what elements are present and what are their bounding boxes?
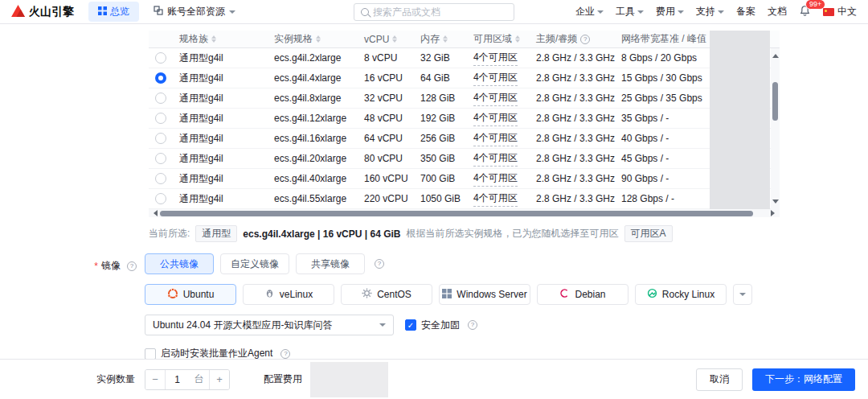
- more-os-dropdown-button[interactable]: [733, 284, 752, 305]
- account-resources-label: 账号全部资源: [167, 5, 225, 19]
- brand-logo[interactable]: 火山引擎: [11, 5, 74, 19]
- quantity-stepper[interactable]: − 1 台 +: [145, 369, 230, 390]
- os-centos-button[interactable]: CentOS: [341, 284, 432, 305]
- row-radio[interactable]: [155, 193, 166, 204]
- help-icon[interactable]: [580, 35, 590, 44]
- zones-link[interactable]: 4个可用区: [473, 171, 518, 187]
- header-vcpu: vCPU: [358, 33, 414, 45]
- cell-family: 通用型g4il: [173, 152, 268, 166]
- nav-item-support[interactable]: 支持: [696, 5, 724, 19]
- quantity-value[interactable]: 1: [165, 370, 189, 389]
- scroll-left-icon[interactable]: [150, 210, 158, 216]
- os-debian-button[interactable]: Debian: [537, 284, 628, 305]
- zones-link[interactable]: 4个可用区: [473, 111, 518, 126]
- next-step-button[interactable]: 下一步：网络配置: [752, 368, 855, 391]
- help-icon[interactable]: [280, 349, 290, 359]
- checkbox-unchecked-icon[interactable]: [145, 348, 156, 360]
- sort-icon[interactable]: [392, 33, 397, 45]
- vertical-scrollbar[interactable]: [771, 48, 780, 209]
- row-radio-checked[interactable]: [155, 72, 166, 84]
- security-hardening-checkbox[interactable]: 安全加固: [405, 319, 477, 332]
- sort-icon[interactable]: [443, 33, 448, 45]
- cell-spec: ecs.g4il.16xlarge: [268, 133, 358, 144]
- nav-item-tools[interactable]: 工具: [616, 5, 644, 19]
- zones-link[interactable]: 4个可用区: [473, 131, 518, 146]
- cell-spec: ecs.g4il.12xlarge: [268, 113, 358, 124]
- os-label: Ubuntu: [183, 289, 215, 300]
- cell-spec: ecs.g4il.55xlarge: [268, 193, 358, 204]
- os-rocky-linux-button[interactable]: Rocky Linux: [635, 284, 727, 305]
- os-ubuntu-button[interactable]: Ubuntu: [145, 284, 236, 305]
- nav-item-enterprise[interactable]: 企业: [575, 5, 604, 19]
- checkbox-checked-icon[interactable]: [405, 319, 416, 331]
- nav-item-icp[interactable]: 备案: [736, 5, 755, 19]
- table-row[interactable]: 通用型g4il ecs.g4il.55xlarge 220 vCPU 1050 …: [149, 189, 780, 209]
- horizontal-scrollbar[interactable]: [149, 209, 780, 217]
- help-icon[interactable]: [375, 259, 384, 269]
- nav-item-billing[interactable]: 费用: [656, 5, 684, 19]
- horizontal-scroll-thumb[interactable]: [160, 211, 753, 216]
- zones-link[interactable]: 4个可用区: [473, 91, 518, 106]
- tab-shared-image[interactable]: 共享镜像: [296, 253, 365, 274]
- table-row[interactable]: 通用型g4il ecs.g4il.40xlarge 160 vCPU 700 G…: [149, 169, 780, 189]
- cell-family: 通用型g4il: [173, 72, 268, 85]
- row-radio[interactable]: [155, 133, 166, 144]
- help-icon[interactable]: [468, 320, 477, 330]
- tab-custom-image[interactable]: 自定义镜像: [220, 253, 289, 274]
- image-label-group: * 镜像: [0, 253, 145, 274]
- account-resources-dropdown[interactable]: 账号全部资源: [154, 5, 235, 19]
- os-velinux-button[interactable]: veLinux: [243, 284, 334, 305]
- table-row-selected[interactable]: 通用型g4il ecs.g4il.4xlarge 16 vCPU 64 GiB …: [149, 68, 780, 88]
- chevron-down-icon: [637, 10, 644, 17]
- row-radio[interactable]: [155, 113, 166, 124]
- cell-family: 通用型g4il: [173, 92, 268, 105]
- zones-link[interactable]: 4个可用区: [473, 191, 518, 207]
- quantity-increase-button[interactable]: +: [210, 370, 229, 389]
- search-icon: [361, 8, 369, 16]
- header-zones: 可用区域: [467, 32, 530, 46]
- nav-item-docs[interactable]: 文档: [768, 5, 787, 19]
- sort-icon[interactable]: [515, 33, 520, 45]
- table-row[interactable]: 通用型g4il ecs.g4il.2xlarge 8 vCPU 32 GiB 4…: [149, 48, 780, 68]
- row-radio[interactable]: [155, 153, 166, 164]
- zones-link[interactable]: 4个可用区: [473, 71, 518, 86]
- row-radio[interactable]: [155, 93, 166, 104]
- sort-icon[interactable]: [211, 33, 216, 45]
- table-row[interactable]: 通用型g4il ecs.g4il.20xlarge 80 vCPU 350 Gi…: [149, 149, 780, 169]
- table-row[interactable]: 通用型g4il ecs.g4il.16xlarge 64 vCPU 256 Gi…: [149, 129, 780, 149]
- os-label: CentOS: [377, 289, 411, 300]
- row-radio[interactable]: [155, 52, 166, 64]
- cell-vcpu: 48 vCPU: [358, 113, 414, 124]
- flag-icon: [823, 8, 834, 16]
- scroll-right-icon[interactable]: [771, 210, 778, 216]
- scroll-up-icon[interactable]: [772, 51, 779, 58]
- sort-icon[interactable]: [316, 33, 321, 45]
- cell-bandwidth: 90 Gbps / -: [615, 173, 710, 184]
- global-search[interactable]: [354, 3, 514, 21]
- chevron-down-icon: [718, 10, 724, 17]
- cell-vcpu: 8 vCPU: [358, 52, 414, 64]
- table-row[interactable]: 通用型g4il ecs.g4il.8xlarge 32 vCPU 128 GiB…: [149, 88, 780, 109]
- selection-summary: 当前所选: 通用型 ecs.g4il.4xlarge | 16 vCPU | 6…: [149, 225, 868, 242]
- zones-link[interactable]: 4个可用区: [473, 51, 518, 66]
- scroll-down-icon[interactable]: [772, 200, 779, 207]
- tab-public-image[interactable]: 公共镜像: [145, 253, 214, 274]
- cell-frequency: 2.8 GHz / 3.3 GHz: [530, 193, 615, 204]
- notifications-button[interactable]: 99+: [799, 5, 811, 19]
- quantity-decrease-button[interactable]: −: [145, 370, 165, 389]
- help-icon[interactable]: [127, 261, 137, 271]
- zones-link[interactable]: 4个可用区: [473, 151, 518, 167]
- nav-overview-button[interactable]: 总览: [88, 2, 139, 22]
- header-frequency: 主频/睿频: [530, 32, 615, 46]
- cell-memory: 350 GiB: [414, 153, 467, 164]
- cell-bandwidth: 8 Gbps / 20 Gbps: [615, 52, 710, 64]
- header-label: 主频/睿频: [536, 32, 577, 46]
- cancel-button[interactable]: 取消: [696, 368, 743, 391]
- os-windows-server-button[interactable]: Windows Server: [439, 284, 530, 305]
- table-row[interactable]: 通用型g4il ecs.g4il.12xlarge 48 vCPU 192 Gi…: [149, 109, 780, 129]
- language-switcher[interactable]: 中文: [823, 5, 857, 19]
- image-version-select[interactable]: Ubuntu 24.04 开源大模型应用-知识库问答: [145, 315, 394, 335]
- vertical-scroll-thumb[interactable]: [772, 82, 778, 121]
- row-radio[interactable]: [155, 173, 166, 184]
- search-input[interactable]: [373, 6, 507, 18]
